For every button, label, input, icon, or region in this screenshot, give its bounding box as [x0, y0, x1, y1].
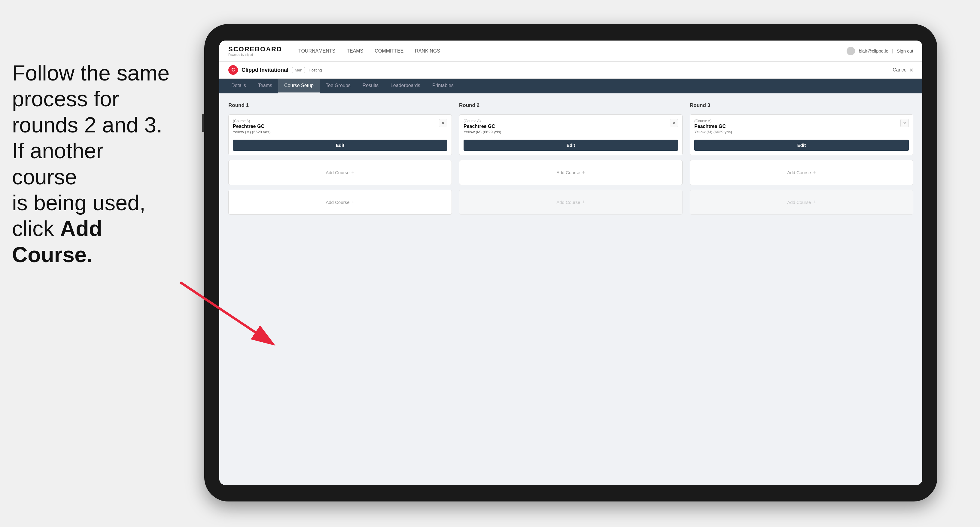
user-email: blair@clippd.io [859, 48, 888, 54]
round-3-add-text-1: Add Course [787, 170, 811, 175]
round-2-add-course-2: Add Course + [459, 190, 682, 215]
round-1-plus-icon-2: + [351, 199, 355, 205]
logo-main-text: SCOREBOARD [228, 45, 282, 53]
round-2-add-text-2: Add Course [557, 200, 580, 205]
sub-header: C Clippd Invitational Men Hosting Cancel… [219, 62, 922, 79]
tab-results[interactable]: Results [356, 79, 385, 94]
round-2-course-header: (Course A) Peachtree GC Yellow (M) (6629… [464, 119, 678, 134]
instruction-line2: process for [12, 87, 119, 111]
round-3-add-text-2: Add Course [787, 200, 811, 205]
logo-sub-text: Powered by clippd [228, 53, 282, 56]
round-2-course-label: (Course A) [464, 119, 501, 123]
tab-leaderboards[interactable]: Leaderboards [385, 79, 426, 94]
round-2-course-info: (Course A) Peachtree GC Yellow (M) (6629… [464, 119, 501, 134]
round-2-delete-button[interactable]: ✕ [670, 119, 678, 127]
top-nav: SCOREBOARD Powered by clippd TOURNAMENTS… [219, 41, 922, 62]
round-2-add-text-1: Add Course [557, 170, 580, 175]
round-3-add-course-label-2: Add Course + [787, 199, 816, 205]
tablet-screen: SCOREBOARD Powered by clippd TOURNAMENTS… [219, 41, 922, 485]
cancel-icon: ✕ [909, 67, 913, 73]
instruction-panel: Follow the same process for rounds 2 and… [0, 48, 186, 279]
round-2-add-course-label-2: Add Course + [557, 199, 585, 205]
instruction-line6: click [12, 216, 60, 241]
tab-tee-groups[interactable]: Tee Groups [320, 79, 356, 94]
round-3-course-card: (Course A) Peachtree GC Yellow (M) (6629… [690, 114, 913, 155]
tab-printables[interactable]: Printables [426, 79, 460, 94]
tab-course-setup[interactable]: Course Setup [278, 79, 320, 94]
nav-committee[interactable]: COMMITTEE [371, 46, 408, 56]
instruction-line5: is being used, [12, 190, 145, 215]
round-2-add-course-label-1: Add Course + [557, 169, 585, 176]
round-1-course-info: (Course A) Peachtree GC Yellow (M) (6629… [233, 119, 270, 134]
round-1-add-course-label-1: Add Course + [326, 169, 355, 176]
round-3-delete-button[interactable]: ✕ [900, 119, 909, 127]
tab-teams[interactable]: Teams [252, 79, 278, 94]
instruction-line3: rounds 2 and 3. [12, 113, 162, 137]
tab-details[interactable]: Details [225, 79, 252, 94]
round-3-plus-icon-2: + [813, 199, 816, 205]
nav-rankings[interactable]: RANKINGS [411, 46, 444, 56]
round-3-course-header: (Course A) Peachtree GC Yellow (M) (6629… [694, 119, 909, 134]
round-1-edit-button[interactable]: Edit [233, 140, 447, 151]
round-1-course-header: (Course A) Peachtree GC Yellow (M) (6629… [233, 119, 447, 134]
round-1-delete-button[interactable]: ✕ [439, 119, 447, 127]
round-1-add-course-1[interactable]: Add Course + [228, 160, 452, 185]
round-1-title: Round 1 [228, 102, 452, 108]
round-2-plus-icon-2: + [582, 199, 585, 205]
nav-tournaments[interactable]: TOURNAMENTS [294, 46, 339, 56]
round-3-course-info: (Course A) Peachtree GC Yellow (M) (6629… [694, 119, 732, 134]
tournament-logo: C [228, 65, 238, 75]
cancel-button[interactable]: Cancel ✕ [892, 67, 913, 73]
round-1-plus-icon-1: + [351, 169, 355, 176]
tablet-frame: SCOREBOARD Powered by clippd TOURNAMENTS… [204, 24, 937, 502]
instruction-line1: Follow the same [12, 61, 169, 85]
round-2-add-course-1[interactable]: Add Course + [459, 160, 682, 185]
round-3-plus-icon-1: + [813, 169, 816, 176]
tournament-gender: Men [292, 67, 305, 73]
round-2-edit-button[interactable]: Edit [464, 140, 678, 151]
round-2-course-name: Peachtree GC [464, 124, 501, 129]
round-3-add-course-2: Add Course + [690, 190, 913, 215]
rounds-grid: Round 1 (Course A) Peachtree GC Yellow (… [228, 102, 913, 215]
round-1-add-text-2: Add Course [326, 200, 349, 205]
round-1-column: Round 1 (Course A) Peachtree GC Yellow (… [228, 102, 452, 215]
round-1-add-course-label-2: Add Course + [326, 199, 355, 205]
round-3-course-name: Peachtree GC [694, 124, 732, 129]
user-avatar [846, 47, 855, 55]
nav-links: TOURNAMENTS TEAMS COMMITTEE RANKINGS [294, 46, 847, 56]
round-2-plus-icon-1: + [582, 169, 585, 176]
round-1-course-name: Peachtree GC [233, 124, 270, 129]
round-1-add-course-2[interactable]: Add Course + [228, 190, 452, 215]
cancel-label: Cancel [892, 67, 908, 73]
nav-separator: | [892, 48, 893, 54]
round-3-course-label: (Course A) [694, 119, 732, 123]
tournament-name: Clippd Invitational [242, 67, 288, 73]
round-2-course-details: Yellow (M) (6629 yds) [464, 130, 501, 134]
instruction-line4: If another course [12, 139, 103, 189]
round-1-course-card: (Course A) Peachtree GC Yellow (M) (6629… [228, 114, 452, 155]
tab-navigation: Details Teams Course Setup Tee Groups Re… [219, 79, 922, 94]
round-3-edit-button[interactable]: Edit [694, 140, 909, 151]
round-1-course-label: (Course A) [233, 119, 270, 123]
round-2-title: Round 2 [459, 102, 682, 108]
sign-out-link[interactable]: Sign out [897, 48, 913, 54]
round-3-add-course-label-1: Add Course + [787, 169, 816, 176]
nav-right: blair@clippd.io | Sign out [846, 47, 913, 55]
scoreboard-logo: SCOREBOARD Powered by clippd [228, 45, 282, 56]
round-3-course-details: Yellow (M) (6629 yds) [694, 130, 732, 134]
round-1-add-text-1: Add Course [326, 170, 349, 175]
tournament-info: C Clippd Invitational Men Hosting [228, 65, 322, 75]
hosting-badge: Hosting [309, 68, 322, 72]
main-content: Round 1 (Course A) Peachtree GC Yellow (… [219, 94, 922, 485]
round-2-column: Round 2 (Course A) Peachtree GC Yellow (… [459, 102, 682, 215]
nav-teams[interactable]: TEAMS [342, 46, 368, 56]
round-2-course-card: (Course A) Peachtree GC Yellow (M) (6629… [459, 114, 682, 155]
round-3-add-course-1[interactable]: Add Course + [690, 160, 913, 185]
round-3-column: Round 3 (Course A) Peachtree GC Yellow (… [690, 102, 913, 215]
round-1-course-details: Yellow (M) (6629 yds) [233, 130, 270, 134]
round-3-title: Round 3 [690, 102, 913, 108]
